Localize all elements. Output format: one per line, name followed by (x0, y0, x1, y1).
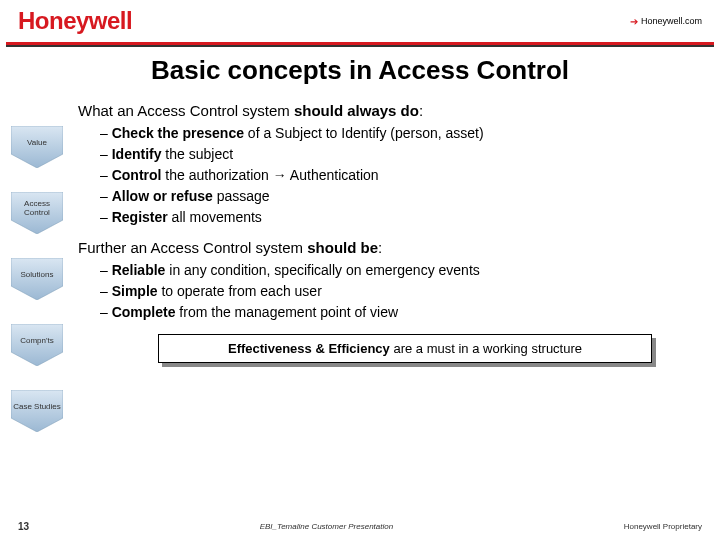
list-item: Complete from the management point of vi… (100, 304, 712, 320)
main-column: What an Access Control system should alw… (66, 102, 712, 363)
nav-label: Access Control (11, 200, 63, 218)
footer: 13 EBI_Temaline Customer Presentation Ho… (0, 521, 720, 532)
section2-list: Reliable in any condition, specifically … (100, 262, 712, 320)
list-item: Identify the subject (100, 146, 712, 162)
nav-chevron: Case Studies (11, 390, 63, 432)
list-item: Allow or refuse passage (100, 188, 712, 204)
footer-right: Honeywell Proprietary (624, 522, 702, 531)
list-item: Check the presence of a Subject to Ident… (100, 125, 712, 141)
nav-label: Case Studies (13, 403, 61, 412)
list-item: Register all movements (100, 209, 712, 225)
arrow-icon: ➔ (630, 16, 638, 27)
nav-chevron: Compn'ts (11, 324, 63, 366)
banner: Effectiveness & Efficiency are a must in… (158, 334, 652, 363)
slide-title: Basic concepts in Access Control (0, 55, 720, 86)
footer-center: EBI_Temaline Customer Presentation (29, 522, 624, 531)
list-item: Control the authorization → Authenticati… (100, 167, 712, 183)
section1-list: Check the presence of a Subject to Ident… (100, 125, 712, 225)
page-number: 13 (18, 521, 29, 532)
brand-logo: Honeywell (18, 7, 132, 35)
list-item: Simple to operate from each user (100, 283, 712, 299)
nav-chevron: Access Control (11, 192, 63, 234)
nav-column: ValueAccess ControlSolutionsCompn'tsCase… (8, 102, 66, 363)
banner-bold: Effectiveness & Efficiency (228, 341, 390, 356)
section1-heading: What an Access Control system should alw… (78, 102, 712, 119)
nav-label: Value (27, 139, 47, 148)
url-text: Honeywell.com (641, 16, 702, 26)
nav-chevron: Value (11, 126, 63, 168)
header-url: ➔ Honeywell.com (630, 16, 702, 27)
header: Honeywell ➔ Honeywell.com (0, 0, 720, 42)
content: ValueAccess ControlSolutionsCompn'tsCase… (0, 102, 720, 363)
nav-label: Solutions (21, 271, 54, 280)
banner-rest: are a must in a working structure (390, 341, 582, 356)
list-item: Reliable in any condition, specifically … (100, 262, 712, 278)
dark-bar (6, 45, 714, 47)
section2-heading: Further an Access Control system should … (78, 239, 712, 256)
nav-label: Compn'ts (20, 337, 54, 346)
nav-chevron: Solutions (11, 258, 63, 300)
